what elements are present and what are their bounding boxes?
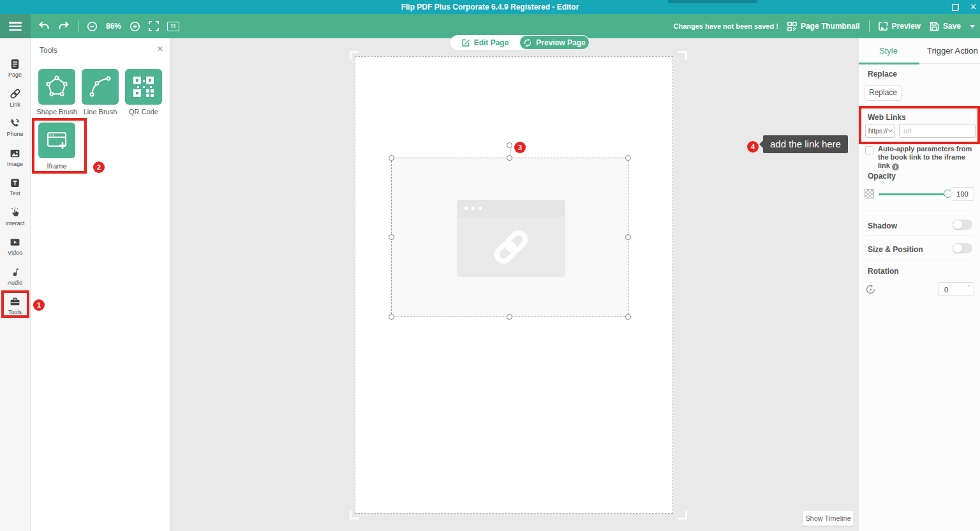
resize-handle-s[interactable] xyxy=(507,314,512,320)
undo-icon[interactable] xyxy=(38,21,50,31)
page-icon xyxy=(10,59,20,70)
tooltip-arrow xyxy=(759,140,763,148)
iframe-element-selection[interactable] xyxy=(391,158,628,317)
close-window-icon[interactable]: × xyxy=(970,0,976,14)
rotation-handle[interactable] xyxy=(507,142,512,148)
left-sidebar: Page Link Phone Image xyxy=(0,38,31,531)
save-button[interactable]: Save xyxy=(930,22,961,31)
annotation-step-3: 3 xyxy=(514,142,526,153)
auto-apply-checkbox[interactable] xyxy=(865,146,873,154)
video-icon xyxy=(10,237,20,248)
resize-handle-e[interactable] xyxy=(625,234,631,240)
section-divider xyxy=(865,235,974,236)
qr-code-tool[interactable] xyxy=(125,69,162,105)
audio-icon xyxy=(10,267,20,278)
rotation-label: Rotation xyxy=(868,267,899,276)
shape-brush-tool[interactable] xyxy=(38,69,75,105)
qr-code-label: QR Code xyxy=(121,108,166,116)
opacity-value-input[interactable] xyxy=(951,187,974,201)
sidebar-item-text[interactable]: Text xyxy=(0,172,31,202)
crop-mark xyxy=(678,51,687,60)
resize-handle-sw[interactable] xyxy=(389,314,394,320)
active-tab-underline xyxy=(859,63,919,64)
preview-icon xyxy=(879,22,888,31)
sidebar-item-phone[interactable]: Phone xyxy=(0,113,31,143)
menu-button[interactable] xyxy=(0,14,31,38)
info-icon[interactable]: i xyxy=(892,163,899,170)
inspector-tabs: Style Trigger Action xyxy=(859,38,980,64)
text-icon xyxy=(10,177,20,188)
replace-section-label: Replace xyxy=(868,70,897,79)
resize-handle-ne[interactable] xyxy=(625,155,631,161)
opacity-slider-track[interactable] xyxy=(879,193,949,195)
iframe-placeholder xyxy=(457,200,565,277)
preview-page-button[interactable]: Preview Page xyxy=(519,35,590,50)
zoom-in-icon[interactable] xyxy=(130,21,140,32)
opacity-label: Opacity xyxy=(868,172,896,181)
hamburger-icon xyxy=(9,22,22,31)
app-window: Flip PDF Plus Corporate 6.4.9 Registered… xyxy=(0,0,980,531)
line-brush-tool[interactable] xyxy=(82,69,119,105)
resize-handle-n[interactable] xyxy=(507,155,512,161)
shadow-toggle[interactable] xyxy=(953,220,972,230)
save-options-caret[interactable] xyxy=(970,25,975,28)
rotation-icon[interactable] xyxy=(865,284,876,297)
section-divider xyxy=(865,211,974,211)
shape-brush-icon xyxy=(43,73,71,101)
page-thumbnail-icon xyxy=(787,22,797,31)
tab-style[interactable]: Style xyxy=(879,38,898,64)
interact-hand-icon xyxy=(10,207,20,218)
annotation-rect-step4 xyxy=(859,106,980,144)
annotation-step-2: 2 xyxy=(93,161,105,173)
unsaved-changes-status: Changes have not been saved ! xyxy=(673,22,778,30)
size-position-label: Size & Position xyxy=(868,245,923,254)
titlebar: Flip PDF Plus Corporate 6.4.9 Registered… xyxy=(0,0,980,14)
rotation-value-input[interactable]: 0 ° xyxy=(939,282,974,296)
preview-button[interactable]: Preview xyxy=(879,22,921,31)
link-icon xyxy=(10,88,21,100)
resize-handle-nw[interactable] xyxy=(389,155,394,161)
sidebar-item-audio[interactable]: Audio xyxy=(0,262,31,292)
qr-code-icon xyxy=(131,74,156,100)
canvas-workspace[interactable]: Show Timeline xyxy=(170,38,858,531)
page-thumbnail-button[interactable]: Page Thumbnail xyxy=(787,22,860,31)
auto-apply-label: Auto-apply parameters from the book link… xyxy=(878,145,977,170)
line-brush-label: Line Brush xyxy=(78,108,122,116)
preview-refresh-icon xyxy=(523,38,532,47)
resize-handle-w[interactable] xyxy=(389,234,394,240)
tab-trigger-action[interactable]: Trigger Action xyxy=(927,38,978,64)
replace-button[interactable]: Replace xyxy=(865,85,902,101)
actual-size-icon[interactable]: 11 xyxy=(167,22,179,31)
image-icon xyxy=(10,148,20,159)
zoom-out-icon[interactable] xyxy=(87,21,98,32)
titlebar-shadow xyxy=(668,0,757,3)
window-title: Flip PDF Plus Corporate 6.4.9 Registered… xyxy=(0,0,980,14)
restore-window-icon[interactable] xyxy=(952,4,959,11)
show-timeline-button[interactable]: Show Timeline xyxy=(803,511,854,526)
shadow-label: Shadow xyxy=(868,221,897,230)
annotation-step-1: 1 xyxy=(33,299,45,311)
edit-pencil-icon xyxy=(461,38,470,47)
opacity-checker-icon xyxy=(865,189,874,198)
sidebar-item-link[interactable]: Link xyxy=(0,84,31,114)
sidebar-item-page[interactable]: Page xyxy=(0,54,31,84)
redo-icon[interactable] xyxy=(58,21,70,31)
zoom-level: 86% xyxy=(106,22,121,31)
fit-screen-icon[interactable] xyxy=(149,21,159,31)
tools-panel: Tools × Shape Brush Line Brush xyxy=(31,38,170,531)
sidebar-item-image[interactable]: Image xyxy=(0,143,31,173)
shape-brush-label: Shape Brush xyxy=(34,108,79,116)
annotation-tooltip: add the link here xyxy=(763,135,848,153)
section-divider xyxy=(865,260,974,260)
annotation-rect-step1 xyxy=(1,290,29,318)
size-position-toggle[interactable] xyxy=(953,243,972,253)
edit-page-button[interactable]: Edit Page xyxy=(450,35,519,50)
sidebar-item-interact[interactable]: Interact xyxy=(0,202,31,232)
crop-mark xyxy=(678,511,687,520)
line-brush-icon xyxy=(86,73,114,101)
close-icon[interactable]: × xyxy=(157,43,163,54)
sidebar-item-video[interactable]: Video xyxy=(0,232,31,262)
resize-handle-se[interactable] xyxy=(625,314,631,320)
phone-icon xyxy=(10,118,20,129)
toolbar-separator xyxy=(869,20,870,32)
